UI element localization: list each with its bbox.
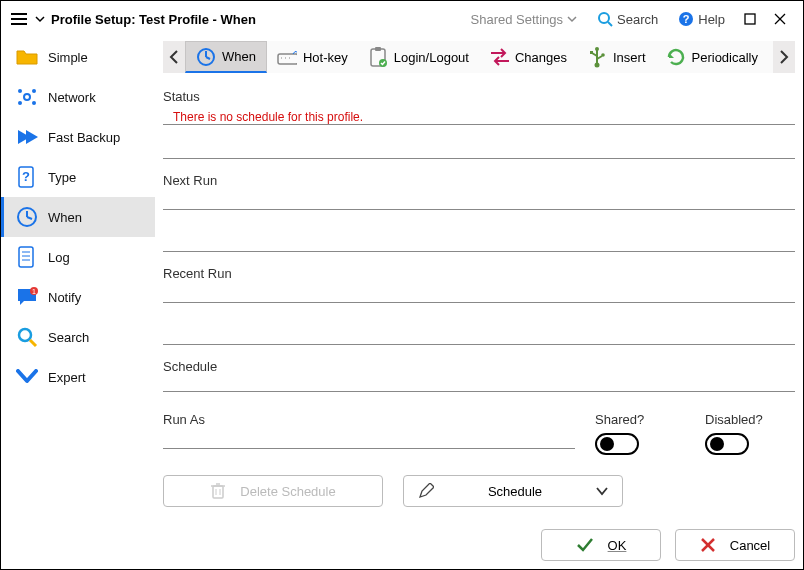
main-area: Simple Network Fast Backup ? Type When L…: [1, 37, 803, 569]
schedule-label: Schedule: [163, 359, 795, 374]
sidebar-item-network[interactable]: Network: [1, 77, 155, 117]
sidebar-item-fastbackup[interactable]: Fast Backup: [1, 117, 155, 157]
cancel-button[interactable]: Cancel: [675, 529, 795, 561]
tabstrip-right[interactable]: [773, 41, 795, 73]
tab-when[interactable]: When: [185, 41, 267, 73]
svg-rect-38: [590, 51, 593, 54]
svg-line-24: [30, 340, 36, 346]
schedule-button[interactable]: Schedule: [403, 475, 623, 507]
svg-line-27: [206, 57, 210, 59]
shared-settings-label: Shared Settings: [471, 12, 564, 27]
status-value-2: [163, 145, 795, 159]
svg-rect-33: [375, 47, 381, 51]
svg-point-36: [595, 47, 599, 51]
titlebar-help-label: Help: [698, 12, 725, 27]
search-icon: [16, 326, 38, 348]
pencil-icon: [418, 483, 434, 499]
fast-icon: [16, 126, 38, 148]
sidebar-item-search[interactable]: Search: [1, 317, 155, 357]
svg-rect-28: [278, 54, 297, 64]
delete-schedule-button: Delete Schedule: [163, 475, 383, 507]
keyboard-icon: [277, 47, 297, 67]
shared-toggle[interactable]: [595, 433, 639, 455]
shared-label: Shared?: [595, 412, 685, 427]
expert-icon: [16, 366, 38, 388]
sidebar-item-simple[interactable]: Simple: [1, 37, 155, 77]
clock-icon: [16, 206, 38, 228]
clipboard-icon: [368, 47, 388, 67]
notify-icon: 1: [16, 286, 38, 308]
usb-icon: [587, 47, 607, 67]
titlebar-search-label: Search: [617, 12, 658, 27]
sidebar-item-when[interactable]: When: [1, 197, 155, 237]
cancel-label: Cancel: [730, 538, 770, 553]
type-icon: ?: [16, 166, 38, 188]
tab-label: Insert: [613, 50, 646, 65]
disabled-toggle[interactable]: [705, 433, 749, 455]
tab-loginlogout[interactable]: Login/Logout: [358, 41, 479, 73]
recentrun-value-2: [163, 327, 795, 345]
sidebar-item-log[interactable]: Log: [1, 237, 155, 277]
tab-changes[interactable]: Changes: [479, 41, 577, 73]
trash-icon: [210, 482, 226, 500]
tab-hotkey[interactable]: Hot-key: [267, 41, 358, 73]
svg-rect-4: [745, 14, 755, 24]
svg-point-39: [601, 53, 605, 57]
tab-label: Periodically: [692, 50, 758, 65]
svg-text:?: ?: [22, 169, 30, 184]
sidebar-item-label: Type: [48, 170, 76, 185]
tab-label: Changes: [515, 50, 567, 65]
sidebar-item-label: Notify: [48, 290, 81, 305]
tab-label: When: [222, 49, 256, 64]
sidebar-item-label: When: [48, 210, 82, 225]
recentrun-label: Recent Run: [163, 266, 795, 281]
title-dropdown[interactable]: [35, 14, 45, 24]
tab-periodically[interactable]: Periodically: [656, 41, 768, 73]
changes-icon: [489, 47, 509, 67]
tab-label: Login/Logout: [394, 50, 469, 65]
sidebar: Simple Network Fast Backup ? Type When L…: [1, 37, 155, 569]
status-value: There is no schedule for this profile.: [163, 108, 795, 125]
svg-point-0: [599, 13, 609, 23]
sidebar-item-notify[interactable]: 1 Notify: [1, 277, 155, 317]
tab-label: Hot-key: [303, 50, 348, 65]
sidebar-item-label: Network: [48, 90, 96, 105]
maximize-button[interactable]: [735, 7, 765, 31]
sidebar-item-label: Search: [48, 330, 89, 345]
titlebar-search[interactable]: Search: [597, 11, 658, 27]
sidebar-item-label: Expert: [48, 370, 86, 385]
menu-icon[interactable]: [9, 11, 29, 27]
nextrun-value-2: [163, 234, 795, 252]
network-icon: [16, 86, 38, 108]
sidebar-item-label: Fast Backup: [48, 130, 120, 145]
content-area: When Hot-key Login/Logout Changes Insert…: [155, 37, 803, 569]
recentrun-value: [163, 285, 795, 303]
runas-value: [163, 431, 575, 449]
titlebar-help[interactable]: ? Help: [678, 11, 725, 27]
clock-icon: [196, 47, 216, 67]
status-message: There is no schedule for this profile.: [163, 108, 795, 124]
sidebar-item-label: Log: [48, 250, 70, 265]
ok-button[interactable]: OK: [541, 529, 661, 561]
sidebar-item-type[interactable]: ? Type: [1, 157, 155, 197]
shared-settings-menu[interactable]: Shared Settings: [471, 12, 578, 27]
x-icon: [700, 537, 716, 553]
ok-label: OK: [608, 538, 627, 553]
window-title: Profile Setup: Test Profile - When: [51, 12, 256, 27]
disabled-label: Disabled?: [705, 412, 795, 427]
schedule-value: [163, 378, 795, 392]
close-button[interactable]: [765, 7, 795, 31]
svg-text:1: 1: [32, 288, 36, 295]
sidebar-item-expert[interactable]: Expert: [1, 357, 155, 397]
sidebar-item-label: Simple: [48, 50, 88, 65]
runas-label: Run As: [163, 412, 575, 427]
tabstrip-left[interactable]: [163, 41, 185, 73]
svg-rect-17: [19, 247, 33, 267]
schedule-label: Schedule: [488, 484, 542, 499]
svg-point-11: [32, 101, 36, 105]
tab-insert[interactable]: Insert: [577, 41, 656, 73]
svg-text:?: ?: [683, 13, 690, 25]
svg-point-9: [32, 89, 36, 93]
delete-schedule-label: Delete Schedule: [240, 484, 335, 499]
tabstrip: When Hot-key Login/Logout Changes Insert…: [163, 41, 795, 73]
